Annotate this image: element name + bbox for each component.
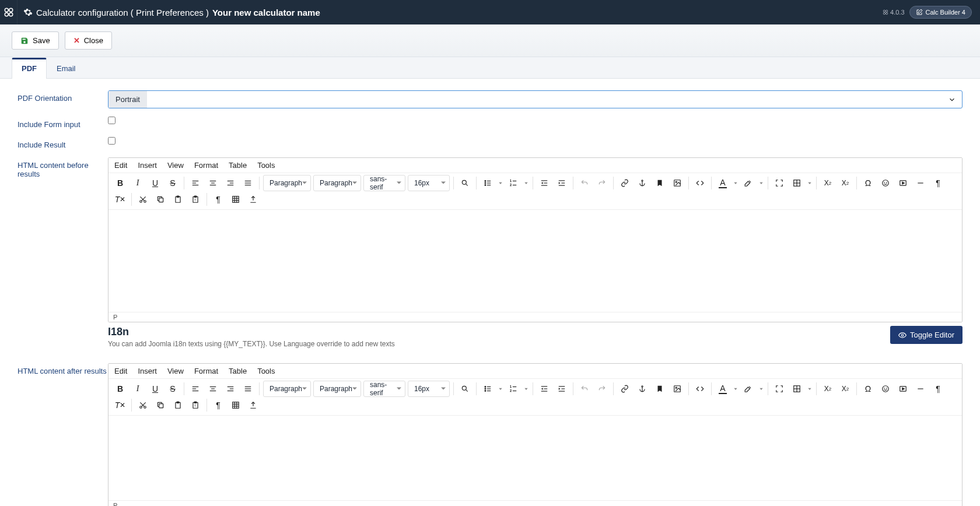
menu-view[interactable]: View xyxy=(167,161,184,170)
align-right-icon[interactable] xyxy=(222,175,239,191)
ltr-icon[interactable]: ¶ xyxy=(209,397,227,413)
block-format-select[interactable]: Paragraph xyxy=(263,175,311,191)
fullscreen-icon[interactable] xyxy=(771,175,788,191)
code-icon[interactable] xyxy=(691,175,709,191)
menu-tools[interactable]: Tools xyxy=(257,161,275,170)
paste-text-icon[interactable]: T xyxy=(187,397,204,413)
image-icon[interactable] xyxy=(668,175,686,191)
subscript-icon[interactable]: X2 xyxy=(819,381,836,397)
search-icon[interactable] xyxy=(456,381,474,397)
joomla-logo-icon[interactable] xyxy=(0,0,18,24)
upload-icon[interactable] xyxy=(244,397,262,413)
superscript-icon[interactable]: X2 xyxy=(836,175,854,191)
bold-icon[interactable]: B xyxy=(111,381,129,397)
show-paragraph-icon[interactable]: ¶ xyxy=(929,175,947,191)
image-icon[interactable] xyxy=(668,381,686,397)
subscript-icon[interactable]: X2 xyxy=(819,175,836,191)
text-color-icon[interactable]: A xyxy=(714,175,732,191)
bullet-list-icon[interactable] xyxy=(479,175,496,191)
font-size-select[interactable]: 16px xyxy=(408,175,450,191)
bg-color-icon[interactable] xyxy=(740,175,757,191)
editor-body-2[interactable] xyxy=(108,416,962,500)
editor-body[interactable] xyxy=(108,210,962,312)
link-icon[interactable] xyxy=(616,175,634,191)
paste-icon[interactable] xyxy=(169,191,187,208)
paste-icon[interactable] xyxy=(169,397,187,413)
bg-color-dropdown-icon[interactable] xyxy=(757,381,765,397)
align-justify-icon[interactable] xyxy=(239,381,257,397)
anchor-icon[interactable] xyxy=(634,381,651,397)
underline-icon[interactable]: U xyxy=(146,381,164,397)
tab-email[interactable]: Email xyxy=(47,58,86,79)
redo-icon[interactable] xyxy=(593,381,611,397)
bullet-list-dropdown-icon[interactable] xyxy=(496,381,505,397)
clear-format-icon[interactable]: T✕ xyxy=(111,191,129,208)
include-result-checkbox[interactable] xyxy=(108,137,116,145)
ltr-icon[interactable]: ¶ xyxy=(209,191,227,208)
clear-format-icon[interactable]: T✕ xyxy=(111,397,129,413)
menu-table-2[interactable]: Table xyxy=(229,367,247,375)
indent-icon[interactable] xyxy=(553,175,570,191)
copy-icon[interactable] xyxy=(152,191,169,208)
close-button[interactable]: ✕ Close xyxy=(65,31,112,50)
fullscreen-icon[interactable] xyxy=(771,381,788,397)
italic-icon[interactable]: I xyxy=(129,175,146,191)
font-family-select-2[interactable]: sans-serif xyxy=(363,381,405,397)
include-form-checkbox[interactable] xyxy=(108,117,116,124)
save-button[interactable]: Save xyxy=(12,31,59,50)
bookmark-icon[interactable] xyxy=(651,381,668,397)
undo-icon[interactable] xyxy=(576,175,593,191)
toggle-editor-button[interactable]: Toggle Editor xyxy=(890,326,963,344)
media-icon[interactable] xyxy=(894,381,912,397)
table-dropdown-icon[interactable] xyxy=(806,381,814,397)
rtl-icon[interactable] xyxy=(227,191,244,208)
table-dropdown-icon[interactable] xyxy=(806,175,814,191)
menu-format-2[interactable]: Format xyxy=(194,367,218,375)
code-icon[interactable] xyxy=(691,381,709,397)
hr-icon[interactable] xyxy=(912,381,929,397)
numbered-list-dropdown-icon[interactable] xyxy=(522,381,530,397)
show-paragraph-icon[interactable]: ¶ xyxy=(929,381,947,397)
anchor-icon[interactable] xyxy=(634,175,651,191)
align-center-icon[interactable] xyxy=(204,175,222,191)
link-icon[interactable] xyxy=(616,381,634,397)
bookmark-icon[interactable] xyxy=(651,175,668,191)
redo-icon[interactable] xyxy=(593,175,611,191)
numbered-list-icon[interactable]: 12 xyxy=(505,381,522,397)
copy-icon[interactable] xyxy=(152,397,169,413)
font-size-select-2[interactable]: 16px xyxy=(408,381,450,397)
block-format-select-2[interactable]: Paragraph xyxy=(263,381,311,397)
menu-insert-2[interactable]: Insert xyxy=(138,367,157,375)
text-color-dropdown-icon[interactable] xyxy=(732,381,740,397)
bg-color-dropdown-icon[interactable] xyxy=(757,175,765,191)
emoji-icon[interactable] xyxy=(877,381,894,397)
text-color-icon[interactable]: A xyxy=(714,381,732,397)
text-color-dropdown-icon[interactable] xyxy=(732,175,740,191)
align-left-icon[interactable] xyxy=(187,381,204,397)
special-char-icon[interactable]: Ω xyxy=(859,381,877,397)
search-icon[interactable] xyxy=(456,175,474,191)
align-left-icon[interactable] xyxy=(187,175,204,191)
numbered-list-icon[interactable]: 12 xyxy=(505,175,522,191)
italic-icon[interactable]: I xyxy=(129,381,146,397)
strikethrough-icon[interactable]: S xyxy=(164,381,181,397)
tab-pdf[interactable]: PDF xyxy=(12,58,47,79)
align-justify-icon[interactable] xyxy=(239,175,257,191)
product-button[interactable]: Calc Builder 4 xyxy=(909,6,972,19)
table-icon[interactable] xyxy=(788,381,806,397)
hr-icon[interactable] xyxy=(912,175,929,191)
numbered-list-dropdown-icon[interactable] xyxy=(522,175,530,191)
font-family-select[interactable]: sans-serif xyxy=(363,175,405,191)
underline-icon[interactable]: U xyxy=(146,175,164,191)
paste-text-icon[interactable]: T xyxy=(187,191,204,208)
superscript-icon[interactable]: X2 xyxy=(836,381,854,397)
bold-icon[interactable]: B xyxy=(111,175,129,191)
bullet-list-dropdown-icon[interactable] xyxy=(496,175,505,191)
outdent-icon[interactable] xyxy=(536,175,553,191)
align-right-icon[interactable] xyxy=(222,381,239,397)
style-format-select-2[interactable]: Paragraph xyxy=(313,381,361,397)
menu-table[interactable]: Table xyxy=(229,161,247,170)
bullet-list-icon[interactable] xyxy=(479,381,496,397)
style-format-select[interactable]: Paragraph xyxy=(313,175,361,191)
indent-icon[interactable] xyxy=(553,381,570,397)
